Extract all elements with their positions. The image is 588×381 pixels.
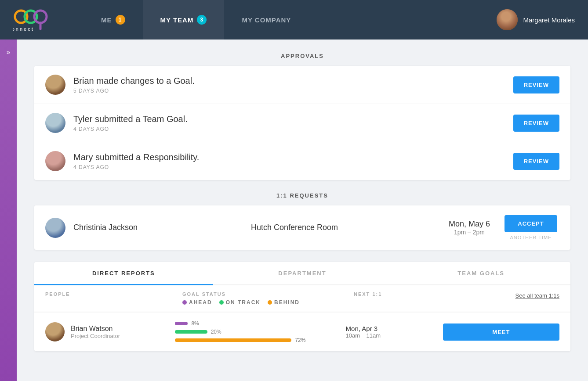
- person-details: Brian Watson Project Coordinator: [71, 325, 120, 339]
- legend-dot-ontrack: [219, 300, 224, 305]
- review-button-2[interactable]: REVIEW: [513, 153, 559, 170]
- legend-label-ahead: Ahead: [189, 299, 212, 306]
- accept-button[interactable]: ACCEPT: [505, 215, 557, 232]
- request-person-name: Christinia Jackson: [73, 223, 152, 232]
- legend-ahead: Ahead: [182, 299, 212, 306]
- request-date: Mon, May 6: [436, 219, 502, 229]
- approval-row: Mary submitted a Responsibility. 4 DAYS …: [34, 142, 570, 180]
- person-info: Brian Watson Project Coordinator: [45, 322, 175, 341]
- legend-label-behind: Behind: [274, 299, 300, 306]
- legend-ontrack: On Track: [219, 299, 261, 306]
- nav-label-my-team: MY TEAM: [160, 16, 194, 24]
- approval-avatar-tyler: [45, 113, 65, 133]
- sidebar: »: [0, 40, 17, 381]
- legend-dot-behind: [268, 300, 272, 305]
- requests-title: 1:1 REQUESTS: [34, 192, 570, 199]
- approval-time: 4 DAYS AGO: [73, 164, 513, 170]
- approval-time: 4 DAYS AGO: [73, 126, 513, 132]
- bar-row-ahead: 8%: [175, 320, 337, 327]
- nav-label-my-company: MY COMPANY: [242, 16, 291, 24]
- legend-dot-ahead: [182, 300, 187, 305]
- layout: » APPROVALS Brian made changes to a Goal…: [0, 40, 588, 381]
- review-button-0[interactable]: REVIEW: [513, 76, 559, 93]
- tabs-section: DIRECT REPORTS DEPARTMENT TEAM GOALS PEO…: [34, 262, 570, 351]
- request-time: 1pm – 2pm: [436, 229, 502, 236]
- approval-avatar-brian: [45, 75, 65, 95]
- approval-avatar-mary: [45, 151, 65, 171]
- another-time-link[interactable]: ANOTHER TIME: [510, 235, 552, 240]
- goal-bars: 8% 20% 72%: [175, 320, 346, 343]
- main-content: APPROVALS Brian made changes to a Goal. …: [17, 40, 588, 381]
- bar-row-ontrack: 20%: [175, 329, 337, 335]
- approval-time: 5 DAYS AGO: [73, 88, 513, 94]
- bar-pct-ahead: 8%: [191, 320, 199, 327]
- nav-item-my-team[interactable]: MY TEAM 3: [143, 0, 225, 40]
- requests-card: Christinia Jackson Hutch Conference Room…: [34, 205, 570, 250]
- column-people: PEOPLE: [45, 291, 182, 306]
- approval-action: Tyler submitted a Team Goal.: [73, 114, 513, 124]
- approval-action: Mary submitted a Responsibility.: [73, 152, 513, 162]
- goal-legend: Ahead On Track Behind: [182, 299, 354, 306]
- svg-text:connect: connect: [13, 26, 34, 32]
- request-actions: ACCEPT ANOTHER TIME: [502, 215, 559, 240]
- logo-area: connect: [13, 8, 48, 32]
- tab-team-goals[interactable]: TEAM GOALS: [392, 262, 570, 284]
- request-time-block: Mon, May 6 1pm – 2pm: [436, 219, 502, 236]
- approvals-card: Brian made changes to a Goal. 5 DAYS AGO…: [34, 66, 570, 180]
- tabs-header: DIRECT REPORTS DEPARTMENT TEAM GOALS: [34, 262, 570, 285]
- approval-action: Brian made changes to a Goal.: [73, 76, 513, 86]
- next-date: Mon, Apr 3: [346, 325, 443, 332]
- table-header: PEOPLE GOAL STATUS Ahead On Track: [34, 285, 570, 312]
- review-button-1[interactable]: REVIEW: [513, 115, 559, 132]
- next-time: 10am – 11am: [346, 332, 443, 339]
- avatar-image: [45, 113, 65, 133]
- sidebar-chevron[interactable]: »: [7, 48, 11, 56]
- avatar-image: [45, 322, 65, 341]
- bar-ontrack: [175, 330, 207, 334]
- next-11: Mon, Apr 3 10am – 11am: [346, 325, 443, 339]
- approval-text: Brian made changes to a Goal. 5 DAYS AGO: [73, 76, 513, 94]
- column-people-label: PEOPLE: [45, 291, 182, 297]
- user-avatar-image: [497, 9, 518, 30]
- request-row: Christinia Jackson Hutch Conference Room…: [34, 205, 570, 250]
- column-goal-label: GOAL STATUS: [182, 291, 354, 297]
- meet-button[interactable]: MEET: [443, 323, 559, 341]
- avatar: [497, 9, 518, 30]
- request-room: Hutch Conference Room: [152, 223, 436, 232]
- nav-item-my-company[interactable]: MY COMPANY: [224, 0, 309, 40]
- legend-label-ontrack: On Track: [226, 299, 261, 306]
- nav-badge-me: 1: [116, 15, 125, 25]
- nav-badge-my-team: 3: [197, 15, 207, 25]
- nav-label-me: ME: [101, 16, 112, 24]
- bar-behind: [175, 338, 291, 342]
- user-area: Margaret Morales: [497, 9, 575, 30]
- approval-row: Brian made changes to a Goal. 5 DAYS AGO…: [34, 66, 570, 104]
- column-next-11: NEXT 1:1: [354, 291, 457, 306]
- person-avatar-brian: [45, 322, 65, 341]
- user-name: Margaret Morales: [523, 16, 575, 24]
- approval-text: Mary submitted a Responsibility. 4 DAYS …: [73, 152, 513, 170]
- nav-item-me[interactable]: ME 1: [83, 0, 143, 40]
- avatar-image: [45, 218, 65, 238]
- column-goal-status: GOAL STATUS Ahead On Track Behind: [182, 291, 354, 306]
- avatar-image: [45, 75, 65, 95]
- person-name: Brian Watson: [71, 325, 120, 333]
- tab-direct-reports[interactable]: DIRECT REPORTS: [34, 262, 213, 284]
- see-all-link[interactable]: See all team 1:1s: [515, 292, 559, 299]
- approval-row: Tyler submitted a Team Goal. 4 DAYS AGO …: [34, 104, 570, 142]
- legend-behind: Behind: [268, 299, 300, 306]
- header: connect ME 1 MY TEAM 3 MY COMPANY Margar…: [0, 0, 588, 40]
- bar-pct-behind: 72%: [295, 337, 305, 343]
- approval-text: Tyler submitted a Team Goal. 4 DAYS AGO: [73, 114, 513, 132]
- logo-icon: connect: [13, 8, 48, 32]
- bar-row-behind: 72%: [175, 337, 337, 343]
- bar-ahead: [175, 322, 188, 325]
- person-role: Project Coordinator: [71, 333, 120, 339]
- person-row: Brian Watson Project Coordinator 8% 20%: [34, 312, 570, 351]
- column-action: See all team 1:1s: [457, 291, 559, 306]
- avatar-image: [45, 151, 65, 171]
- bar-pct-ontrack: 20%: [211, 329, 221, 335]
- tab-department[interactable]: DEPARTMENT: [213, 262, 392, 284]
- main-nav: ME 1 MY TEAM 3 MY COMPANY: [83, 0, 497, 40]
- request-avatar: [45, 218, 65, 238]
